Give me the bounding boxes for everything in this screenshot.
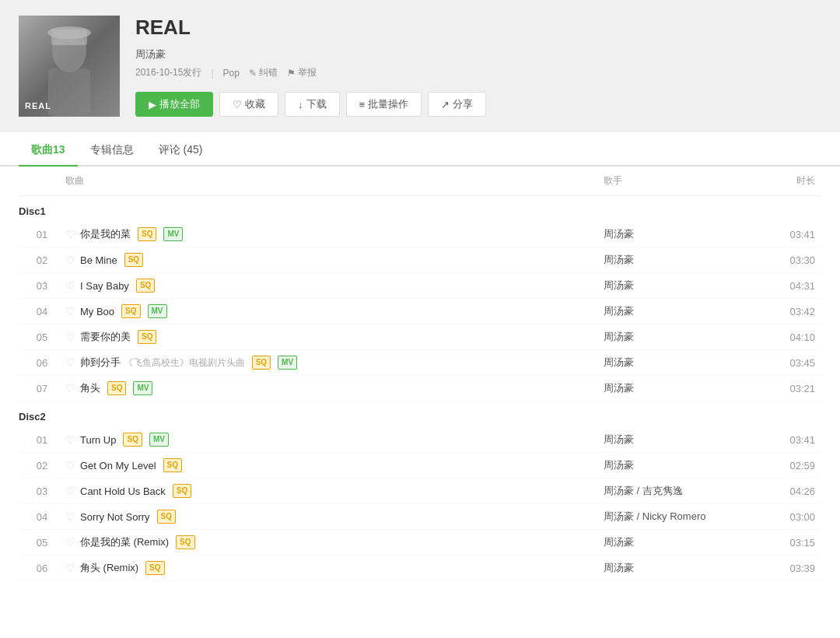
- track-name[interactable]: Cant Hold Us Back: [80, 486, 166, 497]
- track-artist[interactable]: 周汤豪: [604, 561, 759, 575]
- like-icon[interactable]: ♡: [65, 433, 75, 446]
- tabs-bar: 歌曲13 专辑信息 评论 (45): [0, 132, 840, 167]
- track-duration: 03:41: [759, 434, 821, 446]
- like-icon[interactable]: ♡: [65, 510, 75, 523]
- track-row: 07 ♡ 角头 SQ MV 周汤豪 03:21: [19, 376, 821, 401]
- like-icon[interactable]: ♡: [65, 536, 75, 549]
- track-title-cell: ♡ 需要你的美 SQ: [65, 330, 604, 344]
- track-duration: 03:39: [759, 563, 821, 574]
- track-name[interactable]: My Boo: [80, 306, 114, 317]
- track-name[interactable]: 你是我的菜: [80, 227, 131, 241]
- track-artist[interactable]: 周汤豪: [604, 356, 759, 370]
- track-duration: 04:26: [759, 486, 821, 497]
- track-artist[interactable]: 周汤豪: [604, 433, 759, 447]
- meta-sep1: |: [211, 68, 213, 79]
- track-name[interactable]: 帅到分手 《飞鱼高校生》电视剧片头曲: [80, 356, 245, 370]
- cover-label: REAL: [25, 101, 51, 110]
- track-num: 04: [19, 306, 65, 317]
- disc1-label: Disc1: [19, 196, 821, 222]
- track-table-header: 歌曲 歌手 时长: [19, 167, 821, 196]
- like-icon[interactable]: ♡: [65, 331, 75, 343]
- sq-badge: SQ: [123, 433, 142, 447]
- track-duration: 03:41: [759, 229, 821, 240]
- track-title-cell: ♡ Sorry Not Sorry SQ: [65, 510, 604, 524]
- track-artist[interactable]: 周汤豪 / Nicky Romero: [604, 510, 759, 524]
- track-artist[interactable]: 周汤豪: [604, 458, 759, 472]
- batch-button[interactable]: ≡ 批量操作: [346, 92, 422, 117]
- track-name[interactable]: Be Mine: [80, 254, 117, 266]
- track-title-cell: ♡ I Say Baby SQ: [65, 279, 604, 293]
- track-name[interactable]: 角头: [80, 381, 100, 395]
- mv-badge: MV: [278, 356, 297, 370]
- track-artist[interactable]: 周汤豪: [604, 253, 759, 267]
- download-icon: ↓: [298, 99, 303, 110]
- track-row: 06 ♡ 角头 (Remix) SQ 周汤豪 03:39: [19, 556, 821, 581]
- track-artist[interactable]: 周汤豪: [604, 227, 759, 241]
- like-icon[interactable]: ♡: [65, 228, 75, 240]
- track-duration: 02:59: [759, 460, 821, 471]
- tab-comments[interactable]: 评论 (45): [146, 132, 215, 167]
- track-row: 05 ♡ 你是我的菜 (Remix) SQ 周汤豪 03:15: [19, 530, 821, 556]
- like-icon[interactable]: ♡: [65, 305, 75, 317]
- report-link[interactable]: ⚑ 举报: [287, 66, 317, 79]
- sq-badge: SQ: [145, 561, 164, 575]
- track-artist[interactable]: 周汤豪 / 吉克隽逸: [604, 484, 759, 498]
- mv-badge: MV: [148, 304, 167, 318]
- track-name[interactable]: 你是我的菜 (Remix): [80, 535, 169, 549]
- album-meta: 2016-10-15发行 | Pop ✎ 纠错 ⚑ 举报: [135, 66, 821, 79]
- track-name[interactable]: 角头 (Remix): [80, 561, 138, 575]
- like-icon[interactable]: ♡: [65, 279, 75, 292]
- tab-album-info[interactable]: 专辑信息: [78, 132, 146, 167]
- track-row: 05 ♡ 需要你的美 SQ 周汤豪 04:10: [19, 324, 821, 350]
- edit-link[interactable]: ✎ 纠错: [249, 66, 278, 79]
- track-title-cell: ♡ 你是我的菜 SQ MV: [65, 227, 604, 241]
- track-name[interactable]: Turn Up: [80, 434, 116, 446]
- edit-icon: ✎: [249, 68, 257, 79]
- sq-badge: SQ: [252, 356, 271, 370]
- track-artist[interactable]: 周汤豪: [604, 279, 759, 293]
- svg-rect-4: [51, 30, 87, 45]
- mv-badge: MV: [163, 227, 183, 241]
- sq-badge: SQ: [163, 458, 182, 472]
- share-button[interactable]: ↗ 分享: [428, 92, 486, 117]
- collect-button[interactable]: ♡ 收藏: [219, 92, 278, 117]
- track-duration: 03:00: [759, 511, 821, 523]
- track-row: 01 ♡ Turn Up SQ MV 周汤豪 03:41: [19, 427, 821, 453]
- track-name[interactable]: Sorry Not Sorry: [80, 511, 150, 523]
- tab-songs[interactable]: 歌曲13: [19, 132, 78, 167]
- track-title-cell: ♡ 角头 SQ MV: [65, 381, 604, 395]
- track-duration: 03:42: [759, 306, 821, 317]
- sq-badge: SQ: [121, 304, 140, 318]
- track-duration: 03:21: [759, 383, 821, 394]
- sq-badge: SQ: [138, 227, 156, 241]
- track-name[interactable]: Get On My Level: [80, 460, 156, 471]
- track-duration: 04:10: [759, 331, 821, 343]
- sq-badge: SQ: [157, 510, 176, 524]
- track-num: 02: [19, 460, 65, 471]
- sq-badge: SQ: [124, 253, 143, 267]
- track-artist[interactable]: 周汤豪: [604, 535, 759, 549]
- like-icon[interactable]: ♡: [65, 356, 75, 369]
- track-num: 02: [19, 254, 65, 266]
- header-num: [19, 174, 65, 188]
- track-name[interactable]: I Say Baby: [80, 280, 129, 292]
- track-num: 01: [19, 229, 65, 240]
- track-title-cell: ♡ 你是我的菜 (Remix) SQ: [65, 535, 604, 549]
- album-header: REAL REAL 周汤豪 2016-10-15发行 | Pop ✎ 纠错 ⚑ …: [0, 0, 840, 132]
- track-artist[interactable]: 周汤豪: [604, 304, 759, 318]
- track-artist[interactable]: 周汤豪: [604, 381, 759, 395]
- track-name[interactable]: 需要你的美: [80, 330, 131, 344]
- download-button[interactable]: ↓ 下载: [285, 92, 340, 117]
- share-icon: ↗: [441, 99, 450, 110]
- disc2-label: Disc2: [19, 401, 821, 427]
- track-artist[interactable]: 周汤豪: [604, 330, 759, 344]
- like-icon[interactable]: ♡: [65, 382, 75, 394]
- like-icon[interactable]: ♡: [65, 254, 75, 266]
- sq-badge: SQ: [176, 535, 194, 549]
- like-icon[interactable]: ♡: [65, 485, 75, 497]
- sq-badge: SQ: [138, 330, 156, 344]
- like-icon[interactable]: ♡: [65, 562, 75, 574]
- track-duration: 03:30: [759, 254, 821, 266]
- play-all-button[interactable]: ▶ 播放全部: [135, 92, 213, 117]
- like-icon[interactable]: ♡: [65, 459, 75, 471]
